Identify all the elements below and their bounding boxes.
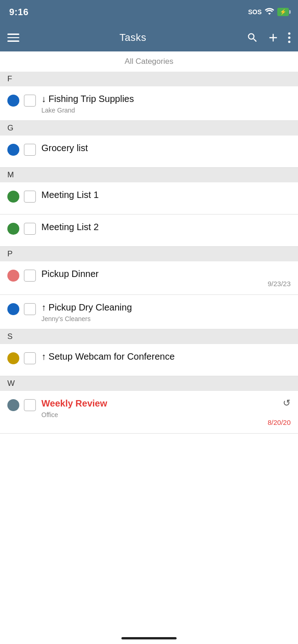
menu-icon[interactable]	[7, 34, 19, 42]
sos-label: SOS	[248, 8, 262, 16]
task-title: Pickup Dinner	[41, 268, 291, 280]
task-dot	[7, 352, 19, 364]
task-checkbox[interactable]	[24, 223, 36, 235]
task-title-row: ↑ Pickup Dry Cleaning	[41, 301, 291, 313]
battery-icon: ⚡	[277, 8, 289, 16]
svg-point-0	[288, 33, 291, 35]
task-content: Grocery list	[41, 142, 291, 154]
task-content: Weekly Review↺Office8/20/20	[41, 397, 291, 427]
task-item-pickup-dinner[interactable]: Pickup Dinner9/23/23	[0, 261, 298, 295]
task-item-setup-webcam[interactable]: ↑ Setup Webcam for Conference	[0, 344, 298, 376]
section-header-w: W	[0, 376, 298, 391]
task-dot	[7, 95, 19, 107]
status-icons: SOS ⚡	[248, 8, 289, 17]
page-subtitle: All Categories	[0, 51, 298, 72]
task-title-row: Meeting List 2	[41, 221, 291, 233]
task-title-row: ↑ Setup Webcam for Conference	[41, 350, 291, 362]
task-dot	[7, 223, 19, 235]
task-dot	[7, 399, 19, 411]
task-item-grocery-list[interactable]: Grocery list	[0, 136, 298, 168]
task-content: ↑ Pickup Dry CleaningJenny's Cleaners	[41, 301, 291, 322]
task-checkbox[interactable]	[24, 399, 36, 411]
task-checkbox[interactable]	[24, 303, 36, 315]
task-item-meeting-list-2[interactable]: Meeting List 2	[0, 215, 298, 247]
task-checkbox[interactable]	[24, 270, 36, 282]
section-header-m: M	[0, 168, 298, 182]
svg-point-1	[288, 37, 291, 39]
section-header-p: P	[0, 247, 298, 261]
task-item-pickup-dry-cleaning[interactable]: ↑ Pickup Dry CleaningJenny's Cleaners	[0, 295, 298, 329]
task-item-meeting-list-1[interactable]: Meeting List 1	[0, 182, 298, 215]
toolbar-right	[246, 31, 291, 44]
status-bar: 9:16 SOS ⚡	[0, 0, 298, 24]
task-checkbox[interactable]	[24, 191, 36, 203]
task-title: Meeting List 1	[41, 189, 291, 201]
section-header-s: S	[0, 329, 298, 344]
task-list: F↓ Fishing Trip SuppliesLake GrandGGroce…	[0, 72, 298, 434]
wifi-icon	[264, 8, 275, 17]
task-content: Meeting List 2	[41, 221, 291, 233]
task-content: ↓ Fishing Trip SuppliesLake Grand	[41, 93, 291, 114]
task-title-row: Meeting List 1	[41, 189, 291, 201]
task-dot	[7, 303, 19, 315]
task-title: Grocery list	[41, 142, 291, 154]
task-title: ↑ Pickup Dry Cleaning	[41, 301, 291, 313]
task-title-row: Weekly Review↺	[41, 397, 291, 409]
toolbar-title: Tasks	[120, 32, 147, 44]
task-title-row: Pickup Dinner	[41, 268, 291, 280]
task-title-row: Grocery list	[41, 142, 291, 154]
add-icon[interactable]	[267, 31, 280, 44]
task-title: ↓ Fishing Trip Supplies	[41, 93, 291, 105]
task-content: Meeting List 1	[41, 189, 291, 201]
task-content: Pickup Dinner9/23/23	[41, 268, 291, 288]
svg-point-2	[288, 41, 291, 43]
section-header-g: G	[0, 121, 298, 136]
task-item-weekly-review[interactable]: Weekly Review↺Office8/20/20	[0, 391, 298, 434]
task-dot	[7, 191, 19, 203]
toolbar-left	[7, 34, 19, 42]
task-subtitle: Lake Grand	[41, 107, 291, 114]
more-icon[interactable]	[288, 32, 291, 44]
task-checkbox[interactable]	[24, 352, 36, 364]
task-title-row: ↓ Fishing Trip Supplies	[41, 93, 291, 105]
task-date: 8/20/20	[41, 418, 291, 427]
task-dot	[7, 270, 19, 282]
task-checkbox[interactable]	[24, 95, 36, 107]
task-dot	[7, 144, 19, 156]
task-date: 9/23/23	[41, 280, 291, 288]
search-icon[interactable]	[246, 32, 258, 44]
home-indicator	[121, 637, 177, 639]
task-content: ↑ Setup Webcam for Conference	[41, 350, 291, 362]
task-subtitle: Jenny's Cleaners	[41, 315, 291, 322]
task-title: ↑ Setup Webcam for Conference	[41, 350, 291, 362]
repeat-icon[interactable]: ↺	[283, 397, 291, 408]
task-checkbox[interactable]	[24, 144, 36, 156]
task-subtitle: Office	[41, 411, 291, 418]
task-title: Weekly Review	[41, 397, 279, 409]
status-time: 9:16	[9, 7, 29, 17]
task-item-fishing-trip[interactable]: ↓ Fishing Trip SuppliesLake Grand	[0, 86, 298, 121]
task-title: Meeting List 2	[41, 221, 291, 233]
toolbar: Tasks	[0, 24, 298, 51]
section-header-f: F	[0, 72, 298, 86]
